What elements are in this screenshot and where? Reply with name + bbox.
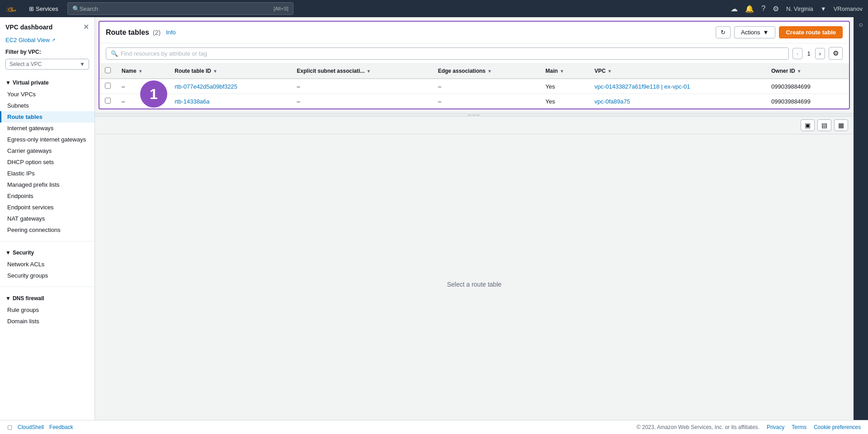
- settings-icon[interactable]: ⚙: [773, 5, 779, 13]
- help-icon[interactable]: ?: [761, 5, 765, 13]
- column-settings-button[interactable]: ⚙: [829, 47, 843, 60]
- sidebar-item-security-groups[interactable]: Security groups: [0, 270, 94, 281]
- sort-icon-name: ▼: [138, 69, 143, 74]
- th-route-table-id: Route table ID ▼: [169, 64, 291, 79]
- sidebar-header: VPC dashboard ✕: [0, 17, 94, 35]
- bell-icon[interactable]: 🔔: [745, 5, 754, 13]
- sidebar-item-network-acls[interactable]: Network ACLs: [0, 259, 94, 270]
- row-checkbox-1: [99, 94, 116, 109]
- table-toolbar: Route tables (2) Info ↻ Actions ▼ Create…: [99, 22, 849, 43]
- row-main-0: Yes: [540, 79, 589, 94]
- table-search-bar[interactable]: 🔍: [106, 47, 789, 60]
- row-select-1[interactable]: [105, 98, 111, 104]
- th-vpc: VPC ▼: [589, 64, 766, 79]
- services-label: Services: [36, 5, 58, 12]
- sort-icon-edge: ▼: [487, 69, 492, 74]
- sidebar-item-subnets[interactable]: Subnets: [0, 100, 94, 111]
- sidebar-item-managed-prefix[interactable]: Managed prefix lists: [0, 179, 94, 190]
- row-select-0[interactable]: [105, 83, 111, 89]
- sidebar-item-domain-lists[interactable]: Domain lists: [0, 316, 94, 327]
- section-title-dns-firewall[interactable]: ▼ DNS firewall: [0, 292, 94, 304]
- sidebar-item-route-tables[interactable]: Route tables: [0, 111, 94, 123]
- feedback-link[interactable]: Feedback: [49, 424, 73, 430]
- row-edge-associations-1: –: [433, 94, 540, 109]
- sidebar-item-your-vpcs[interactable]: Your VPCs: [0, 89, 94, 100]
- page-number: 1: [804, 50, 813, 57]
- right-strip-icon-1[interactable]: ○: [859, 21, 863, 29]
- region-selector[interactable]: N. Virginia: [786, 5, 813, 12]
- search-row: 🔍 ‹ 1 › ⚙: [99, 43, 849, 64]
- refresh-button[interactable]: ↻: [716, 26, 731, 38]
- vpc-link-0[interactable]: vpc-01433827a61f9e118 | ex-vpc-01: [594, 83, 690, 90]
- section-title-virtual-private[interactable]: ▼ Virtual private: [0, 77, 94, 89]
- sidebar-ec2-link[interactable]: EC2 Global View ↗: [0, 35, 94, 47]
- actions-button[interactable]: Actions ▼: [734, 26, 776, 38]
- th-main: Main ▼: [540, 64, 589, 79]
- sidebar: VPC dashboard ✕ EC2 Global View ↗ Filter…: [0, 17, 95, 434]
- nav-right: ☁ 🔔 ? ⚙ N. Virginia ▼ VRomanov: [731, 5, 863, 13]
- global-search-input[interactable]: [80, 5, 274, 12]
- chevron-down-icon: ▼: [5, 80, 11, 86]
- pane-resizer[interactable]: ═══: [95, 113, 854, 117]
- global-search-bar[interactable]: 🔍 [Alt+S]: [67, 2, 293, 15]
- create-route-table-button[interactable]: Create route table: [779, 26, 843, 38]
- th-checkbox: [99, 64, 116, 79]
- view-btn-1[interactable]: ▣: [801, 119, 815, 131]
- privacy-link[interactable]: Privacy: [767, 424, 784, 430]
- row-vpc-1: vpc-0fa89a75: [589, 94, 766, 109]
- table-row: – rtb-077e42d5a09bf3225 – – Yes vpc-0143…: [99, 79, 849, 94]
- sort-icon-vpc: ▼: [608, 69, 612, 74]
- table-search-input[interactable]: [121, 50, 784, 57]
- filter-label: Filter by VPC:: [0, 47, 94, 57]
- user-menu[interactable]: VRomanov: [834, 5, 863, 12]
- footer-left: ▢ CloudShell Feedback: [7, 424, 73, 430]
- search-shortcut: [Alt+S]: [274, 6, 288, 11]
- sidebar-item-endpoint-services[interactable]: Endpoint services: [0, 202, 94, 213]
- sidebar-close-button[interactable]: ✕: [83, 23, 89, 31]
- section-title-security[interactable]: ▼ Security: [0, 247, 94, 259]
- info-link[interactable]: Info: [166, 29, 176, 36]
- sidebar-section-security: ▼ Security Network ACLs Security groups: [0, 243, 94, 285]
- prev-page-button[interactable]: ‹: [793, 48, 802, 59]
- row-route-table-id-0: rtb-077e42d5a09bf3225: [169, 79, 291, 94]
- terms-link[interactable]: Terms: [792, 424, 807, 430]
- cloudshell-link[interactable]: CloudShell: [18, 424, 44, 430]
- bottom-toolbar: ▣ ▤ ▦: [95, 117, 854, 134]
- footer: ▢ CloudShell Feedback © 2023, Amazon Web…: [0, 420, 868, 434]
- vpc-filter-select[interactable]: Select a VPC ▼: [5, 59, 89, 70]
- route-table-id-link-1[interactable]: rtb-14338a6a: [175, 98, 209, 105]
- sidebar-item-carrier-gateways[interactable]: Carrier gateways: [0, 145, 94, 156]
- services-button[interactable]: ⊞ Services: [25, 4, 62, 14]
- sidebar-item-rule-groups[interactable]: Rule groups: [0, 304, 94, 316]
- aws-logo: [5, 4, 20, 13]
- select-all-checkbox[interactable]: [105, 67, 111, 73]
- view-btn-3[interactable]: ▦: [834, 119, 848, 131]
- sidebar-item-nat-gateways[interactable]: NAT gateways: [0, 213, 94, 224]
- sidebar-item-peering[interactable]: Peering connections: [0, 224, 94, 236]
- view-btn-2[interactable]: ▤: [817, 119, 831, 131]
- vpc-link-1[interactable]: vpc-0fa89a75: [594, 98, 630, 105]
- row-route-table-id-1: rtb-14338a6a: [169, 94, 291, 109]
- chevron-down-icon: ▼: [5, 295, 11, 302]
- th-name: Name ▼: [116, 64, 169, 79]
- sidebar-item-elastic-ips[interactable]: Elastic IPs: [0, 168, 94, 179]
- search-icon: 🔍: [72, 5, 80, 12]
- row-checkbox-0: [99, 79, 116, 94]
- row-vpc-0: vpc-01433827a61f9e118 | ex-vpc-01: [589, 79, 766, 94]
- select-route-table-message: Select a route table: [447, 281, 502, 288]
- table-row: – rtb-14338a6a – – Yes vpc-0fa89a75 0990…: [99, 94, 849, 109]
- sidebar-item-dhcp[interactable]: DHCP option sets: [0, 156, 94, 168]
- route-table-id-link-0[interactable]: rtb-077e42d5a09bf3225: [175, 83, 237, 90]
- sidebar-item-endpoints[interactable]: Endpoints: [0, 190, 94, 202]
- next-page-button[interactable]: ›: [815, 48, 825, 59]
- row-main-1: Yes: [540, 94, 589, 109]
- top-pane: Route tables (2) Info ↻ Actions ▼ Create…: [95, 17, 854, 113]
- chevron-down-icon: ▼: [80, 61, 85, 67]
- sidebar-item-internet-gateways[interactable]: Internet gateways: [0, 123, 94, 134]
- cloud-icon[interactable]: ☁: [731, 5, 738, 13]
- bottom-content: Select a route table: [95, 134, 854, 434]
- sidebar-item-egress-only[interactable]: Egress-only internet gateways: [0, 134, 94, 145]
- sort-icon-main: ▼: [560, 69, 564, 74]
- pagination: ‹ 1 ›: [793, 48, 825, 59]
- cookie-prefs-link[interactable]: Cookie preferences: [814, 424, 861, 430]
